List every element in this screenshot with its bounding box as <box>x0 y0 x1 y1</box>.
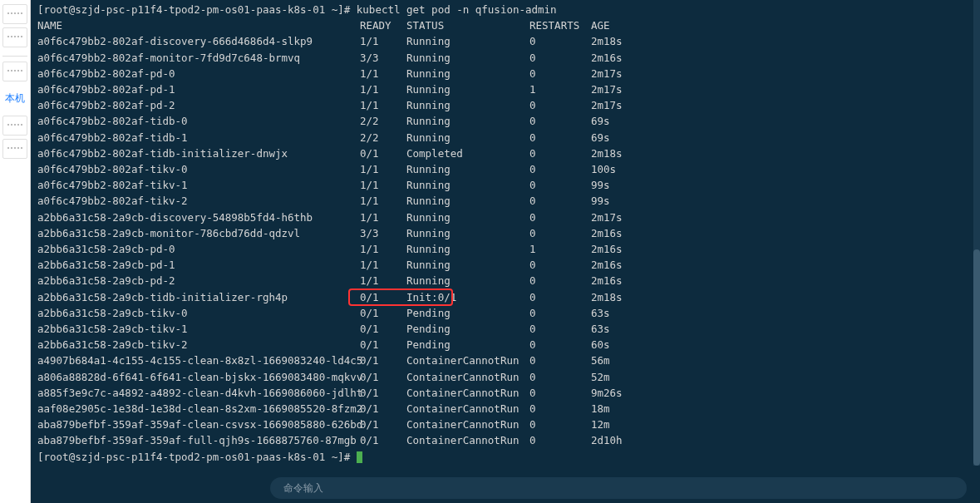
cell-name: a2bb6a31c58-2a9cb-tikv-1 <box>37 321 360 337</box>
scrollbar-track[interactable] <box>973 0 980 466</box>
table-row: a0f6c479bb2-802af-tidb-initializer-dnwjx… <box>37 145 973 161</box>
cell-age: 2m17s <box>591 97 623 113</box>
table-header: NAMEREADYSTATUSRESTARTSAGE <box>37 17 973 33</box>
cell-age: 2m16s <box>591 257 623 273</box>
cell-name: aba879befbf-359af-359af-clean-csvsx-1669… <box>37 417 360 432</box>
cell-status: Running <box>406 113 529 129</box>
cell-restarts: 0 <box>529 161 591 177</box>
cell-ready: 0/1 <box>360 289 406 305</box>
cell-name: a2bb6a31c58-2a9cb-monitor-786cbd76dd-qdz… <box>37 225 360 241</box>
sidebar-icon-4[interactable] <box>2 116 27 136</box>
cell-restarts: 0 <box>529 130 591 145</box>
cell-name: a2bb6a31c58-2a9cb-tikv-2 <box>37 337 360 353</box>
cell-ready: 1/1 <box>360 257 406 273</box>
cell-age: 2m16s <box>591 273 623 288</box>
cell-ready: 1/1 <box>360 177 406 193</box>
cell-status: Init:0/1 <box>406 289 529 305</box>
cell-status: Running <box>406 66 529 81</box>
cell-restarts: 0 <box>529 337 591 353</box>
cell-restarts: 0 <box>529 145 591 161</box>
cell-age: 2m17s <box>591 210 623 225</box>
cell-status: Running <box>406 257 529 273</box>
cell-status: Running <box>406 97 529 113</box>
table-row: a0f6c479bb2-802af-tikv-01/1Running0100s <box>37 161 973 177</box>
scrollbar-thumb[interactable] <box>973 249 980 466</box>
cell-status: ContainerCannotRun <box>406 417 529 432</box>
cell-status: Running <box>406 193 529 209</box>
sidebar-icon-5[interactable] <box>2 139 27 159</box>
cell-age: 2m18s <box>591 33 623 49</box>
cell-ready: 1/1 <box>360 161 406 177</box>
cell-ready: 0/1 <box>360 401 406 417</box>
cell-name: a2bb6a31c58-2a9cb-discovery-54898b5fd4-h… <box>37 210 360 225</box>
cell-age: 2m18s <box>591 145 623 161</box>
cell-age: 2m16s <box>591 225 623 241</box>
table-row: a885f3e9c7c-a4892-a4892-clean-d4kvh-1669… <box>37 385 973 401</box>
left-sidebar: 本机 <box>0 0 31 503</box>
cell-restarts: 0 <box>529 113 591 129</box>
cell-restarts: 0 <box>529 417 591 432</box>
command-input-bar <box>37 473 973 503</box>
cell-ready: 1/1 <box>360 66 406 81</box>
header-age: AGE <box>591 17 610 33</box>
cell-age: 2m16s <box>591 50 623 66</box>
table-row: a806a88828d-6f641-6f641-clean-bjskx-1669… <box>37 369 973 385</box>
cell-ready: 0/1 <box>360 369 406 385</box>
cell-status: Running <box>406 177 529 193</box>
cell-name: a2bb6a31c58-2a9cb-tikv-0 <box>37 305 360 321</box>
cell-ready: 3/3 <box>360 225 406 241</box>
table-row: a2bb6a31c58-2a9cb-tikv-00/1Pending063s <box>37 305 973 321</box>
cell-ready: 0/1 <box>360 417 406 432</box>
sidebar-divider <box>2 56 27 57</box>
cell-age: 56m <box>591 353 610 368</box>
cell-age: 100s <box>591 161 616 177</box>
cell-restarts: 1 <box>529 241 591 257</box>
cell-restarts: 0 <box>529 225 591 241</box>
terminal-container: [root@szjd-psc-p11f4-tpod2-pm-os01-paas-… <box>31 0 980 503</box>
cell-restarts: 0 <box>529 401 591 417</box>
table-row: a0f6c479bb2-802af-pd-01/1Running02m17s <box>37 66 973 81</box>
cell-restarts: 0 <box>529 177 591 193</box>
cell-ready: 0/1 <box>360 353 406 368</box>
cell-restarts: 0 <box>529 193 591 209</box>
cell-name: a0f6c479bb2-802af-tikv-0 <box>37 161 360 177</box>
cell-age: 63s <box>591 305 610 321</box>
sidebar-label-local[interactable]: 本机 <box>5 91 25 106</box>
sidebar-icon-3[interactable] <box>2 62 27 81</box>
sidebar-icon-2[interactable] <box>2 27 27 47</box>
cell-status: Running <box>406 273 529 288</box>
cell-ready: 1/1 <box>360 97 406 113</box>
table-row: a0f6c479bb2-802af-pd-21/1Running02m17s <box>37 97 973 113</box>
cell-age: 63s <box>591 321 610 337</box>
cell-name: a0f6c479bb2-802af-pd-1 <box>37 81 360 97</box>
command-line: [root@szjd-psc-p11f4-tpod2-pm-os01-paas-… <box>37 2 973 17</box>
cell-restarts: 0 <box>529 257 591 273</box>
cell-ready: 0/1 <box>360 385 406 401</box>
header-name: NAME <box>37 17 360 33</box>
table-row: aba879befbf-359af-359af-full-qjh9s-16688… <box>37 432 973 448</box>
cell-restarts: 1 <box>529 81 591 97</box>
cell-name: a0f6c479bb2-802af-tikv-1 <box>37 177 360 193</box>
table-row: a0f6c479bb2-802af-monitor-7fd9d7c648-brm… <box>37 50 973 66</box>
cell-name: a0f6c479bb2-802af-pd-0 <box>37 66 360 81</box>
cell-status: Running <box>406 210 529 225</box>
cell-status: Running <box>406 33 529 49</box>
cell-name: a0f6c479bb2-802af-pd-2 <box>37 97 360 113</box>
table-row: a0f6c479bb2-802af-tikv-21/1Running099s <box>37 193 973 209</box>
command-input[interactable] <box>270 477 967 499</box>
cell-ready: 1/1 <box>360 33 406 49</box>
cell-restarts: 0 <box>529 305 591 321</box>
cell-age: 99s <box>591 177 610 193</box>
cell-age: 9m26s <box>591 385 623 401</box>
cell-status: Running <box>406 161 529 177</box>
cell-restarts: 0 <box>529 66 591 81</box>
cell-name: a885f3e9c7c-a4892-a4892-clean-d4kvh-1669… <box>37 385 360 401</box>
cell-restarts: 0 <box>529 210 591 225</box>
terminal-output[interactable]: [root@szjd-psc-p11f4-tpod2-pm-os01-paas-… <box>37 0 973 473</box>
table-row: a0f6c479bb2-802af-tidb-12/2Running069s <box>37 130 973 145</box>
cell-name: a0f6c479bb2-802af-tidb-initializer-dnwjx <box>37 145 360 161</box>
cell-restarts: 0 <box>529 33 591 49</box>
cell-name: a0f6c479bb2-802af-tikv-2 <box>37 193 360 209</box>
cell-ready: 1/1 <box>360 193 406 209</box>
sidebar-icon-1[interactable] <box>2 4 27 24</box>
